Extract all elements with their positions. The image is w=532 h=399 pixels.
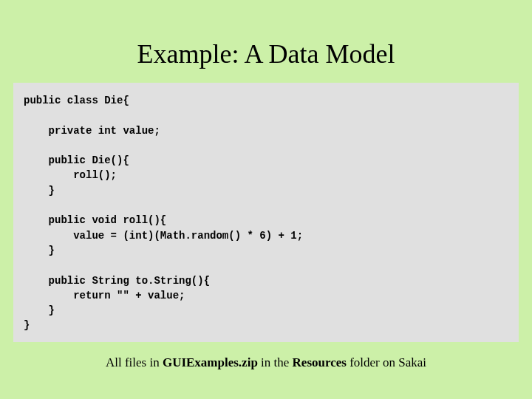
footer-note: All files in GUIExamples.zip in the Reso… bbox=[0, 355, 532, 370]
slide-title: Example: A Data Model bbox=[0, 0, 532, 83]
footer-folder: Resources bbox=[293, 355, 347, 369]
footer-text-suffix: folder on Sakai bbox=[347, 355, 426, 369]
slide: Example: A Data Model public class Die{ … bbox=[0, 0, 532, 399]
code-block: public class Die{ private int value; pub… bbox=[13, 83, 519, 342]
footer-text-mid: in the bbox=[258, 355, 293, 369]
footer-filename: GUIExamples.zip bbox=[163, 355, 258, 369]
footer-text-prefix: All files in bbox=[106, 355, 163, 369]
